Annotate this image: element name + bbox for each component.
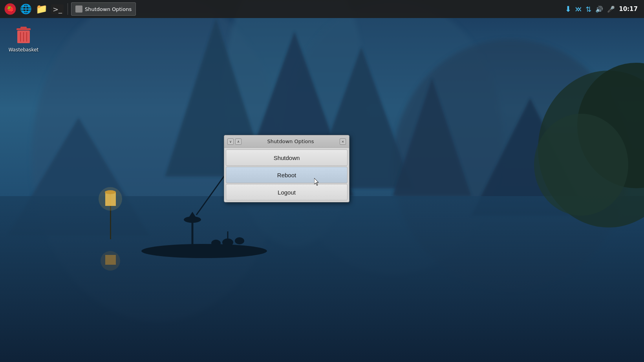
bluetooth-icon[interactable]: ⯵ xyxy=(575,5,582,13)
clock: 10:17 xyxy=(619,5,638,13)
dialog-close-controls: × xyxy=(340,138,346,145)
globe-icon: 🌐 xyxy=(20,4,32,15)
terminal-button[interactable]: >_ xyxy=(50,2,64,16)
svg-point-26 xyxy=(101,251,120,271)
dialog-close-button[interactable]: × xyxy=(340,138,346,145)
taskbar-window-title: Shutdown Options xyxy=(85,6,132,12)
logout-button[interactable]: Logout xyxy=(226,184,348,200)
taskbar-separator xyxy=(68,3,68,15)
filemanager-button[interactable]: 📁 xyxy=(35,2,49,16)
browser-button[interactable]: 🌐 xyxy=(19,2,33,16)
dialog-controls: ∨ ∧ xyxy=(227,138,242,145)
svg-point-19 xyxy=(235,237,244,244)
wastebasket-image xyxy=(13,25,34,45)
svg-point-29 xyxy=(534,114,628,216)
taskbar-right: ⬇ ⯵ ⇅ 🔊 🎤 10:17 xyxy=(565,4,641,14)
reboot-button[interactable]: Reboot xyxy=(226,167,348,183)
microphone-icon[interactable]: 🎤 xyxy=(607,5,615,13)
shutdown-button[interactable]: Shutdown xyxy=(226,149,348,166)
dialog-minimize-button[interactable]: ∧ xyxy=(235,138,242,145)
taskbar: 🍓 🌐 📁 >_ Shutdown Options ⬇ ⯵ ⇅ 🔊 xyxy=(0,0,644,18)
terminal-icon: >_ xyxy=(51,4,64,14)
taskbar-window-button[interactable]: Shutdown Options xyxy=(71,2,136,16)
wastebasket-label: Wastebasket xyxy=(9,47,39,53)
svg-point-20 xyxy=(211,240,221,247)
svg-point-17 xyxy=(222,238,233,246)
dialog-title: Shutdown Options xyxy=(242,138,340,144)
rpi-logo-icon: 🍓 xyxy=(4,3,16,15)
svg-point-24 xyxy=(99,187,122,211)
window-icon xyxy=(75,5,82,13)
rpi-menu-button[interactable]: 🍓 xyxy=(3,2,17,16)
svg-rect-33 xyxy=(20,27,27,29)
dialog-body: Shutdown Reboot Logout xyxy=(224,148,349,202)
dialog-titlebar[interactable]: ∨ ∧ Shutdown Options × xyxy=(224,135,349,148)
taskbar-left: 🍓 🌐 📁 >_ Shutdown Options xyxy=(3,2,565,16)
svg-text:🍓: 🍓 xyxy=(7,5,14,13)
shutdown-dialog: ∨ ∧ Shutdown Options × Shutdown Reboot L… xyxy=(224,135,349,202)
wastebasket-icon[interactable]: Wastebasket xyxy=(8,24,39,54)
trash-svg xyxy=(14,25,33,45)
desktop-icons: Wastebasket xyxy=(8,24,39,54)
svg-point-12 xyxy=(141,244,267,258)
download-icon[interactable]: ⬇ xyxy=(565,4,571,14)
volume-icon[interactable]: 🔊 xyxy=(595,5,603,13)
dialog-rollup-button[interactable]: ∨ xyxy=(227,138,234,145)
folder-icon: 📁 xyxy=(36,4,48,15)
svg-rect-11 xyxy=(0,196,644,362)
network-icon[interactable]: ⇅ xyxy=(585,5,591,13)
